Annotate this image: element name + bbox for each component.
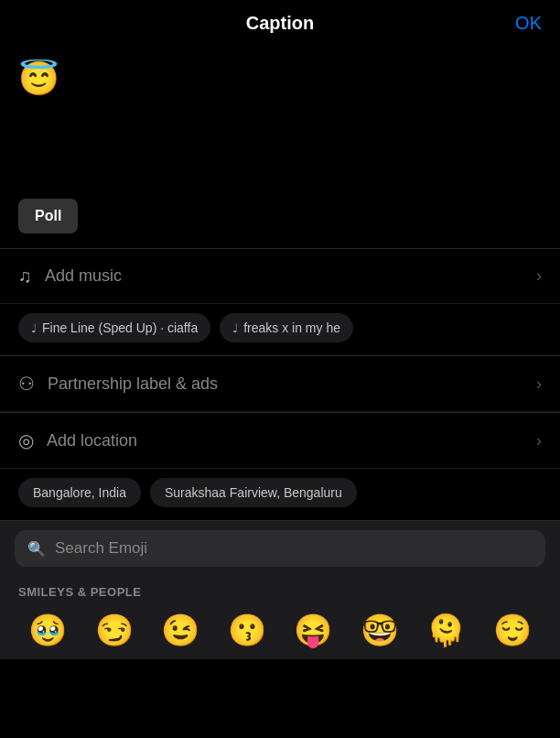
add-music-label: Add music (45, 266, 122, 286)
partnership-left: ⚇ Partnership label & ads (18, 373, 218, 395)
music-suggestion-text-2: freaks x in my he (243, 320, 340, 335)
add-music-left: ♫ Add music (18, 266, 122, 287)
pill-music-icon-2: ♩ (232, 321, 238, 335)
emoji-0[interactable]: 🥹 (28, 612, 67, 648)
location-chevron: › (536, 431, 542, 450)
search-emoji-section: 🔍 Search Emoji (0, 520, 560, 576)
music-suggestion-text-1: Fine Line (Sped Up) · ciaffa (42, 320, 198, 335)
search-emoji-placeholder: Search Emoji (55, 539, 147, 558)
emoji-7[interactable]: 😌 (493, 612, 532, 648)
caption-emoji: 😇 (18, 60, 59, 97)
emoji-6[interactable]: 🫠 (426, 612, 465, 648)
emoji-row: 🥹 😏 😉 😗 😝 🤓 🫠 😌 (0, 604, 560, 659)
add-music-row[interactable]: ♫ Add music › (0, 249, 560, 304)
search-icon: 🔍 (27, 540, 46, 558)
location-suggestion-1[interactable]: Bangalore, India (18, 478, 141, 507)
partnership-row[interactable]: ⚇ Partnership label & ads › (0, 356, 560, 412)
caption-area: 😇 (0, 47, 560, 111)
header-title: Caption (246, 13, 314, 34)
emoji-5[interactable]: 🤓 (361, 612, 399, 648)
header: Caption OK (0, 0, 560, 47)
location-suggestion-2[interactable]: Surakshaa Fairview, Bengaluru (150, 478, 357, 507)
partnership-chevron: › (536, 374, 542, 394)
location-suggestion-text-1: Bangalore, India (33, 485, 126, 500)
location-label: Add location (47, 431, 137, 450)
emoji-4[interactable]: 😝 (294, 612, 332, 648)
music-suggestions: ♩ Fine Line (Sped Up) · ciaffa ♩ freaks … (0, 304, 560, 355)
emoji-3[interactable]: 😗 (228, 612, 266, 648)
partnership-label: Partnership label & ads (48, 374, 218, 394)
emoji-1[interactable]: 😏 (95, 612, 134, 648)
music-suggestion-2[interactable]: ♩ freaks x in my he (220, 313, 353, 342)
partnership-icon: ⚇ (18, 373, 35, 395)
location-icon: ◎ (18, 429, 34, 451)
emoji-2[interactable]: 😉 (161, 612, 199, 648)
location-suggestion-text-2: Surakshaa Fairview, Bengaluru (165, 485, 342, 500)
music-suggestion-1[interactable]: ♩ Fine Line (Sped Up) · ciaffa (18, 313, 210, 342)
location-left: ◎ Add location (18, 429, 137, 451)
location-suggestions: Bangalore, India Surakshaa Fairview, Ben… (0, 469, 560, 520)
ok-button[interactable]: OK (515, 13, 542, 34)
emoji-category-label: SMILEYS & PEOPLE (0, 576, 560, 604)
poll-button[interactable]: Poll (18, 199, 78, 233)
add-music-chevron: › (536, 266, 542, 286)
poll-section: Poll (0, 184, 560, 248)
pill-music-icon-1: ♩ (31, 321, 37, 335)
music-icon: ♫ (18, 266, 32, 287)
search-emoji-bar[interactable]: 🔍 Search Emoji (15, 530, 545, 567)
add-location-row[interactable]: ◎ Add location › (0, 413, 560, 469)
